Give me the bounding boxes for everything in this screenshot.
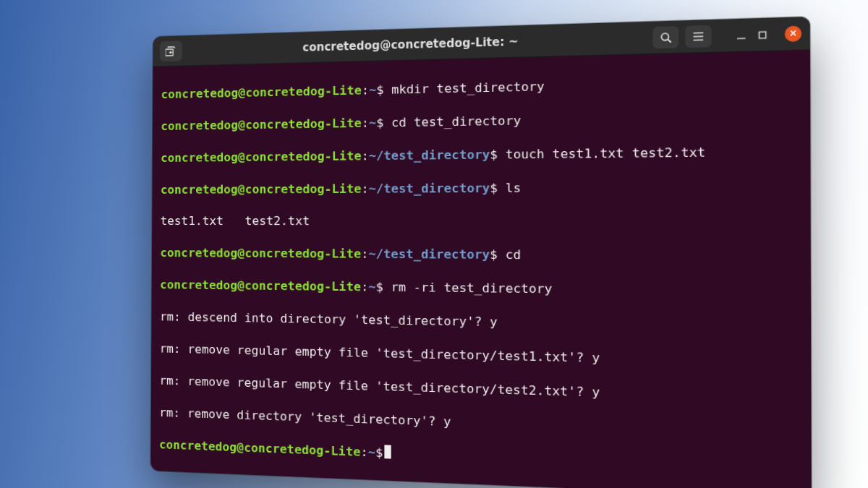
prompt-path: ~ <box>368 445 375 459</box>
minimize-icon <box>736 30 752 40</box>
prompt-sigil: $ <box>376 82 383 97</box>
output-line: rm: remove regular empty file 'test_dire… <box>159 372 801 406</box>
new-tab-icon <box>166 46 176 56</box>
hamburger-icon <box>693 32 705 41</box>
prompt-userhost: concretedog@concretedog-Lite <box>161 116 361 133</box>
prompt-sigil: $ <box>490 247 498 262</box>
prompt-path: ~ <box>368 280 375 294</box>
hamburger-menu-button[interactable] <box>685 25 711 48</box>
search-button[interactable] <box>652 26 678 48</box>
output-line: rm: remove regular empty file 'test_dire… <box>160 341 801 371</box>
command-text: mkdir test_directory <box>391 79 545 96</box>
prompt-sigil: $ <box>376 116 383 130</box>
prompt-userhost: concretedog@concretedog-Lite <box>161 83 362 101</box>
maximize-button[interactable] <box>758 30 773 40</box>
terminal-line: concretedog@concretedog-Lite:~$ mkdir te… <box>161 73 800 103</box>
close-button[interactable]: × <box>785 25 801 42</box>
terminal-line: concretedog@concretedog-Lite:~/test_dire… <box>160 245 800 265</box>
command-text: ls <box>506 180 522 194</box>
svg-rect-6 <box>759 31 765 38</box>
window-title: concretedog@concretedog-Lite: ~ <box>187 31 646 58</box>
terminal-line: concretedog@concretedog-Lite:~/test_dire… <box>161 178 801 198</box>
output-line: rm: remove directory 'test_directory'? y <box>159 405 801 442</box>
command-text: cd test_directory <box>391 114 521 130</box>
terminal-line: concretedog@concretedog-Lite:~$ rm -ri t… <box>160 277 801 301</box>
prompt-path: ~/test_directory <box>369 147 490 163</box>
prompt-userhost: concretedog@concretedog-Lite <box>161 149 362 165</box>
svg-line-1 <box>668 39 671 42</box>
prompt-path: ~/test_directory <box>369 181 490 196</box>
command-text: cd <box>506 247 522 262</box>
prompt-path: ~ <box>369 116 376 130</box>
prompt-path: ~/test_directory <box>368 247 490 262</box>
cursor <box>384 445 391 458</box>
terminal-window: concretedog@concretedog-Lite: ~ <box>150 17 812 488</box>
terminal-line: concretedog@concretedog-Lite:~$ <box>159 437 801 478</box>
terminal-body[interactable]: concretedog@concretedog-Lite:~$ mkdir te… <box>150 50 812 488</box>
search-icon <box>660 31 672 43</box>
prompt-sigil: $ <box>490 147 498 161</box>
prompt-sigil: $ <box>490 181 498 195</box>
output-line: test1.txt test2.txt <box>161 213 801 231</box>
svg-point-0 <box>661 33 668 40</box>
maximize-icon <box>758 30 773 40</box>
prompt-userhost: concretedog@concretedog-Lite <box>159 437 361 459</box>
desktop-background: concretedog@concretedog-Lite: ~ <box>0 0 868 488</box>
prompt-userhost: concretedog@concretedog-Lite <box>161 181 362 197</box>
output-line: rm: descend into directory 'test_directo… <box>160 309 801 336</box>
prompt-userhost: concretedog@concretedog-Lite <box>160 278 361 294</box>
prompt-sigil: $ <box>376 280 383 294</box>
close-icon: × <box>789 30 798 38</box>
terminal-line: concretedog@concretedog-Lite:~/test_dire… <box>161 142 800 166</box>
command-text: rm -ri test_directory <box>391 280 552 296</box>
prompt-sigil: $ <box>375 445 383 460</box>
prompt-path: ~ <box>369 83 376 98</box>
minimize-button[interactable] <box>736 30 752 40</box>
terminal-line: concretedog@concretedog-Lite:~$ cd test_… <box>161 108 800 134</box>
command-text: touch test1.txt test2.txt <box>506 145 706 161</box>
new-tab-button[interactable] <box>160 41 182 62</box>
prompt-userhost: concretedog@concretedog-Lite <box>160 246 361 261</box>
